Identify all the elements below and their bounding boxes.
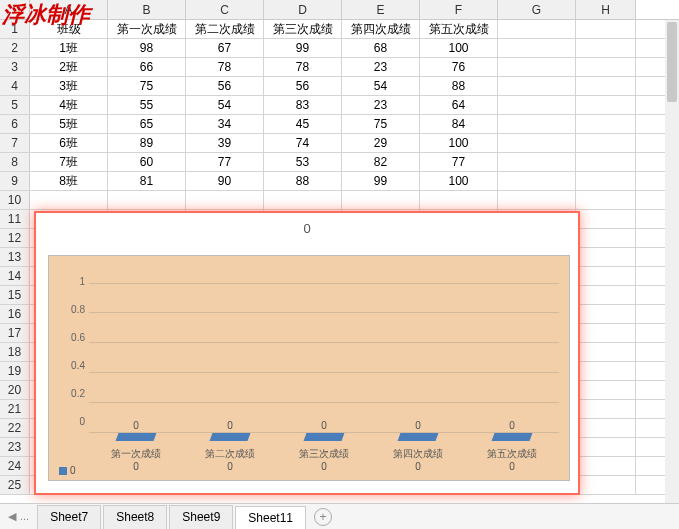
- cell-H2[interactable]: [576, 39, 636, 57]
- cell-H22[interactable]: [576, 419, 636, 437]
- row-header[interactable]: 12: [0, 229, 30, 247]
- cell-H15[interactable]: [576, 286, 636, 304]
- cell-H13[interactable]: [576, 248, 636, 266]
- cell-G2[interactable]: [498, 39, 576, 57]
- cell-F8[interactable]: 77: [420, 153, 498, 171]
- cell-E9[interactable]: 99: [342, 172, 420, 190]
- cell-D5[interactable]: 83: [264, 96, 342, 114]
- cell-H17[interactable]: [576, 324, 636, 342]
- row-header[interactable]: 3: [0, 58, 30, 76]
- cell-B10[interactable]: [108, 191, 186, 209]
- cell-C1[interactable]: 第二次成绩: [186, 20, 264, 38]
- cell-A6[interactable]: 5班: [30, 115, 108, 133]
- cell-C5[interactable]: 54: [186, 96, 264, 114]
- row-header[interactable]: 23: [0, 438, 30, 456]
- cell-E6[interactable]: 75: [342, 115, 420, 133]
- row-header[interactable]: 4: [0, 77, 30, 95]
- cell-B1[interactable]: 第一次成绩: [108, 20, 186, 38]
- sheet-tab-Sheet11[interactable]: Sheet11: [235, 506, 306, 530]
- cell-E2[interactable]: 68: [342, 39, 420, 57]
- cell-F1[interactable]: 第五次成绩: [420, 20, 498, 38]
- cell-H24[interactable]: [576, 457, 636, 475]
- cell-G10[interactable]: [498, 191, 576, 209]
- cell-G6[interactable]: [498, 115, 576, 133]
- scrollbar-thumb[interactable]: [667, 22, 677, 102]
- cell-E3[interactable]: 23: [342, 58, 420, 76]
- col-header-A[interactable]: A: [30, 0, 108, 19]
- cell-E1[interactable]: 第四次成绩: [342, 20, 420, 38]
- row-header[interactable]: 2: [0, 39, 30, 57]
- row-header[interactable]: 19: [0, 362, 30, 380]
- cell-G8[interactable]: [498, 153, 576, 171]
- cell-A2[interactable]: 1班: [30, 39, 108, 57]
- cell-F6[interactable]: 84: [420, 115, 498, 133]
- row-header[interactable]: 17: [0, 324, 30, 342]
- cell-B4[interactable]: 75: [108, 77, 186, 95]
- cell-D3[interactable]: 78: [264, 58, 342, 76]
- cell-H1[interactable]: [576, 20, 636, 38]
- cell-D8[interactable]: 53: [264, 153, 342, 171]
- cell-F7[interactable]: 100: [420, 134, 498, 152]
- cell-H4[interactable]: [576, 77, 636, 95]
- cell-G5[interactable]: [498, 96, 576, 114]
- row-header[interactable]: 7: [0, 134, 30, 152]
- cell-B7[interactable]: 89: [108, 134, 186, 152]
- cell-H16[interactable]: [576, 305, 636, 323]
- cell-C6[interactable]: 34: [186, 115, 264, 133]
- cell-G7[interactable]: [498, 134, 576, 152]
- cell-H7[interactable]: [576, 134, 636, 152]
- cell-E10[interactable]: [342, 191, 420, 209]
- cell-D2[interactable]: 99: [264, 39, 342, 57]
- cell-A7[interactable]: 6班: [30, 134, 108, 152]
- embedded-chart[interactable]: 0 1 0.8 0.6 0.4 0.2 0 0第一次成绩00第二次成绩00第三次…: [34, 211, 580, 495]
- cell-H6[interactable]: [576, 115, 636, 133]
- cell-F9[interactable]: 100: [420, 172, 498, 190]
- cell-H11[interactable]: [576, 210, 636, 228]
- cell-C2[interactable]: 67: [186, 39, 264, 57]
- cell-G9[interactable]: [498, 172, 576, 190]
- cell-B2[interactable]: 98: [108, 39, 186, 57]
- row-header[interactable]: 25: [0, 476, 30, 494]
- row-header[interactable]: 10: [0, 191, 30, 209]
- cell-A4[interactable]: 3班: [30, 77, 108, 95]
- cell-D7[interactable]: 74: [264, 134, 342, 152]
- cell-F10[interactable]: [420, 191, 498, 209]
- col-header-B[interactable]: B: [108, 0, 186, 19]
- cell-A5[interactable]: 4班: [30, 96, 108, 114]
- cell-H12[interactable]: [576, 229, 636, 247]
- add-sheet-button[interactable]: +: [314, 508, 332, 526]
- cell-A9[interactable]: 8班: [30, 172, 108, 190]
- cell-H5[interactable]: [576, 96, 636, 114]
- cell-B3[interactable]: 66: [108, 58, 186, 76]
- cell-C3[interactable]: 78: [186, 58, 264, 76]
- cell-H18[interactable]: [576, 343, 636, 361]
- cell-A3[interactable]: 2班: [30, 58, 108, 76]
- col-header-H[interactable]: H: [576, 0, 636, 19]
- cell-H21[interactable]: [576, 400, 636, 418]
- cell-C8[interactable]: 77: [186, 153, 264, 171]
- cell-B8[interactable]: 60: [108, 153, 186, 171]
- row-header[interactable]: 11: [0, 210, 30, 228]
- cell-E8[interactable]: 82: [342, 153, 420, 171]
- cell-C10[interactable]: [186, 191, 264, 209]
- col-header-E[interactable]: E: [342, 0, 420, 19]
- cell-A8[interactable]: 7班: [30, 153, 108, 171]
- cell-H25[interactable]: [576, 476, 636, 494]
- cell-F2[interactable]: 100: [420, 39, 498, 57]
- row-header[interactable]: 18: [0, 343, 30, 361]
- cell-D4[interactable]: 56: [264, 77, 342, 95]
- tab-nav-prev[interactable]: ◀: [8, 510, 16, 523]
- cell-G3[interactable]: [498, 58, 576, 76]
- row-header[interactable]: 20: [0, 381, 30, 399]
- cell-H8[interactable]: [576, 153, 636, 171]
- vertical-scrollbar[interactable]: [665, 20, 679, 503]
- cell-H19[interactable]: [576, 362, 636, 380]
- row-header[interactable]: 5: [0, 96, 30, 114]
- tab-ellipsis[interactable]: ...: [20, 510, 29, 523]
- cell-C9[interactable]: 90: [186, 172, 264, 190]
- cell-D9[interactable]: 88: [264, 172, 342, 190]
- cell-F4[interactable]: 88: [420, 77, 498, 95]
- col-header-D[interactable]: D: [264, 0, 342, 19]
- cell-H20[interactable]: [576, 381, 636, 399]
- cell-A10[interactable]: [30, 191, 108, 209]
